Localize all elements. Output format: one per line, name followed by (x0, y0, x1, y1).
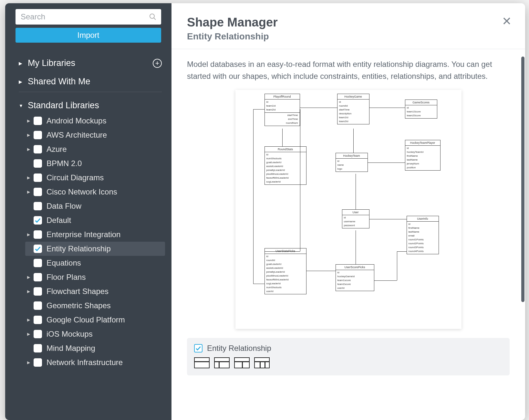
library-label: Network Infrastructure (47, 358, 123, 367)
divider (19, 92, 162, 92)
library-label: Azure (47, 145, 67, 154)
caret-right-icon: ▶ (19, 79, 23, 84)
library-checkbox[interactable] (34, 202, 42, 210)
sidebar: Import ▶ My Libraries + ▶ Shared With Me… (5, 3, 171, 420)
caret-right-icon: ▶ (25, 232, 32, 237)
library-label: Circuit Diagrams (47, 173, 104, 182)
library-item[interactable]: ▶Geometric Shapes (25, 299, 165, 313)
entity-shape-icon-1[interactable] (194, 357, 210, 368)
caret-right-icon: ▶ (25, 119, 32, 123)
library-label: Geometric Shapes (47, 301, 111, 310)
caret-right-icon: ▶ (25, 147, 32, 152)
erd-preview-image: PlayoffRoundidteam1Idteam2IdstartTimeend… (235, 90, 462, 329)
library-checkbox[interactable] (34, 301, 42, 310)
caret-down-icon: ▼ (19, 103, 23, 108)
library-item[interactable]: ▶Floor Plans (25, 270, 165, 284)
library-label: Enterprise Integration (47, 230, 120, 239)
library-label: AWS Architecture (47, 131, 107, 140)
entity-shape-icon-3[interactable] (234, 357, 250, 368)
library-label: Flowchart Shapes (47, 287, 109, 296)
caret-right-icon: ▶ (25, 133, 32, 137)
library-checkbox[interactable] (34, 131, 42, 139)
library-item[interactable]: ▶Azure (25, 142, 165, 156)
library-item[interactable]: ▶Data Flow (25, 199, 165, 213)
library-label: Data Flow (47, 202, 81, 211)
svg-point-0 (150, 14, 154, 18)
caret-right-icon: ▶ (25, 360, 32, 365)
library-tree: ▶ My Libraries + ▶ Shared With Me ▼ Stan… (5, 55, 171, 420)
library-checkbox[interactable] (34, 287, 42, 296)
shape-icons-row (194, 357, 503, 368)
library-item[interactable]: ▶Network Infrastructure (25, 355, 165, 370)
library-checkbox[interactable] (34, 145, 42, 153)
library-label: BPMN 2.0 (47, 159, 82, 168)
shape-group-card: Entity Relationship (187, 338, 510, 375)
caret-right-icon: ▶ (19, 61, 23, 66)
library-checkbox[interactable] (34, 259, 42, 267)
page-title: Shape Manager (187, 16, 510, 29)
divider (171, 49, 525, 49)
library-checkbox[interactable] (34, 245, 42, 253)
shape-group-label: Entity Relationship (207, 344, 271, 353)
library-checkbox[interactable] (34, 117, 42, 125)
caret-right-icon: ▶ (25, 318, 32, 322)
page-subtitle: Entity Relationship (187, 31, 510, 49)
shape-group-checkbox[interactable] (194, 344, 202, 352)
library-checkbox[interactable] (34, 188, 42, 196)
section-label: My Libraries (28, 58, 75, 68)
library-item[interactable]: ▶Flowchart Shapes (25, 284, 165, 299)
svg-line-1 (154, 18, 156, 20)
library-item[interactable]: ▶Android Mockups (25, 114, 165, 128)
add-library-button[interactable]: + (153, 59, 162, 68)
library-item[interactable]: ▶Circuit Diagrams (25, 171, 165, 185)
section-label: Shared With Me (28, 77, 90, 87)
library-item[interactable]: ▶Default (25, 213, 165, 227)
search-input[interactable] (16, 12, 149, 21)
library-label: Google Cloud Platform (47, 315, 125, 324)
library-item[interactable]: ▶iOS Mockups (25, 327, 165, 341)
description-text: Model databases in an easy-to-read forma… (187, 58, 510, 82)
library-checkbox[interactable] (34, 159, 42, 168)
library-checkbox[interactable] (34, 216, 42, 225)
library-item[interactable]: ▶Equations (25, 256, 165, 270)
main-panel: ✕ Shape Manager Entity Relationship Mode… (171, 3, 525, 420)
library-checkbox[interactable] (34, 358, 42, 367)
library-label: Entity Relationship (47, 244, 111, 253)
entity-shape-icon-2[interactable] (214, 357, 230, 368)
section-shared-with-me[interactable]: ▶ Shared With Me (19, 73, 171, 90)
close-button[interactable]: ✕ (502, 16, 512, 27)
library-checkbox[interactable] (34, 230, 42, 239)
library-checkbox[interactable] (34, 173, 42, 182)
caret-right-icon: ▶ (25, 190, 32, 194)
library-label: Mind Mapping (47, 344, 95, 353)
library-checkbox[interactable] (34, 316, 42, 324)
caret-right-icon: ▶ (25, 275, 32, 279)
library-checkbox[interactable] (34, 344, 42, 352)
search-box (16, 9, 161, 25)
library-label: Equations (47, 258, 81, 268)
library-checkbox[interactable] (34, 330, 42, 338)
library-label: Default (47, 216, 71, 225)
library-item[interactable]: ▶AWS Architecture (25, 128, 165, 142)
library-label: iOS Mockups (47, 330, 93, 339)
section-standard-libraries[interactable]: ▼ Standard Libraries (19, 97, 171, 114)
section-my-libraries[interactable]: ▶ My Libraries + (19, 55, 171, 71)
shape-manager-modal: Import ▶ My Libraries + ▶ Shared With Me… (5, 3, 525, 420)
library-item[interactable]: ▶BPMN 2.0 (25, 156, 165, 171)
library-item[interactable]: ▶Cisco Network Icons (25, 185, 165, 199)
library-item[interactable]: ▶Google Cloud Platform (25, 313, 165, 327)
library-label: Android Mockups (47, 116, 106, 125)
caret-right-icon: ▶ (25, 289, 32, 294)
library-item[interactable]: ▶Entity Relationship (25, 242, 165, 256)
search-icon (149, 13, 157, 21)
library-label: Floor Plans (47, 273, 86, 282)
library-item[interactable]: ▶Enterprise Integration (25, 227, 165, 242)
library-item[interactable]: ▶Mind Mapping (25, 341, 165, 355)
library-label: Cisco Network Icons (47, 187, 117, 196)
library-checkbox[interactable] (34, 273, 42, 281)
caret-right-icon: ▶ (25, 332, 32, 336)
caret-right-icon: ▶ (25, 175, 32, 180)
import-button[interactable]: Import (16, 28, 161, 43)
section-label: Standard Libraries (28, 100, 99, 110)
entity-shape-icon-4[interactable] (254, 357, 270, 368)
